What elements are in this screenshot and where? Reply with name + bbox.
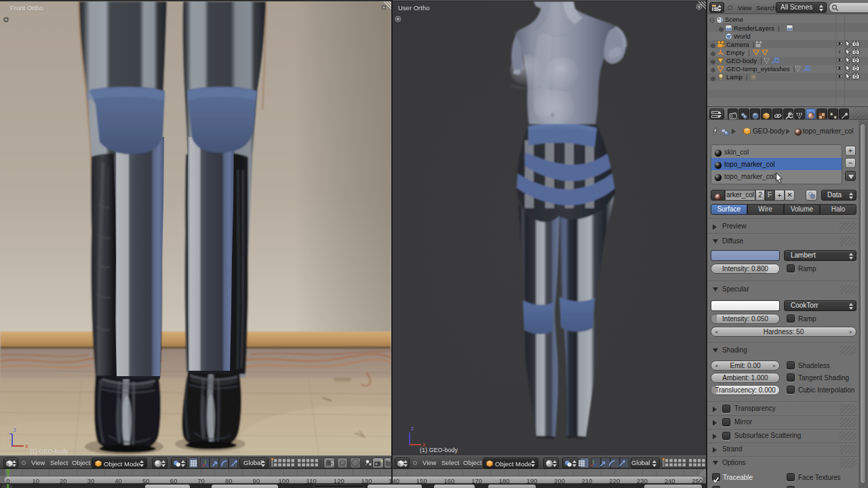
svg-text:User Ortho: User Ortho bbox=[398, 4, 429, 12]
svg-text:(1) GEO-body: (1) GEO-body bbox=[420, 447, 458, 453]
svg-text:Front Ortho: Front Ortho bbox=[10, 4, 43, 12]
svg-text:z: z bbox=[14, 426, 17, 433]
svg-text:z: z bbox=[411, 425, 414, 432]
svg-text:(1) GEO-body: (1) GEO-body bbox=[30, 448, 68, 455]
svg-text:x: x bbox=[25, 443, 28, 449]
